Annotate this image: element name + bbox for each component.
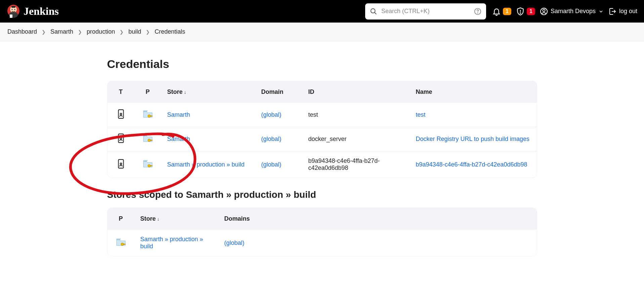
svg-point-10 [478, 13, 478, 13]
cell-t [108, 127, 134, 151]
cell-store: Samarth » production » build [161, 151, 255, 178]
credential-name-link[interactable]: Docker Registry URL to push build images [416, 136, 529, 142]
crumb-build[interactable]: build [128, 28, 141, 35]
cell-id: test [302, 103, 410, 127]
folder-key-icon [116, 238, 126, 247]
svg-point-12 [520, 13, 521, 13]
svg-rect-24 [118, 159, 123, 168]
alert-badge: 1 [527, 8, 535, 15]
col-domain[interactable]: Domain [255, 81, 302, 103]
logout-label: log out [619, 8, 637, 15]
folder-key-icon [143, 110, 153, 118]
notifications-button[interactable]: 1 [492, 7, 511, 16]
col-id[interactable]: ID [302, 81, 410, 103]
shield-alert-icon [516, 7, 525, 16]
cell-domain: (global) [255, 151, 302, 178]
sort-down-icon: ↓ [184, 89, 186, 95]
cell-name: test [410, 103, 537, 127]
cell-store: Samarth » production » build [134, 230, 218, 256]
col-p[interactable]: P [108, 208, 134, 230]
logo[interactable]: Jenkins [7, 4, 59, 19]
col-domains[interactable]: Domains [218, 208, 537, 230]
cell-id: b9a94348-c4e6-4ffa-b27d-c42ea0d6db98 [302, 151, 410, 178]
cell-p [108, 230, 134, 256]
credential-name-link[interactable]: test [416, 111, 426, 118]
credential-name-link[interactable]: b9a94348-c4e6-4ffa-b27d-c42ea0d6db98 [416, 161, 527, 168]
svg-point-21 [120, 138, 122, 139]
svg-rect-20 [118, 134, 123, 143]
cell-store: Samarth [161, 127, 255, 151]
folder-key-icon [143, 134, 153, 143]
alerts-button[interactable]: 1 [516, 7, 535, 16]
svg-rect-3 [11, 6, 15, 8]
svg-rect-27 [150, 166, 152, 166]
col-t[interactable]: T [108, 81, 134, 103]
table-row: Samarth » production » build(global) [108, 230, 537, 256]
chevron-down-icon [598, 9, 604, 14]
store-link[interactable]: Samarth [167, 111, 190, 118]
credential-phone-icon [117, 159, 125, 169]
user-name-label: Samarth Devops [551, 8, 596, 15]
logo-text: Jenkins [24, 5, 59, 17]
cell-name: Docker Registry URL to push build images [410, 127, 537, 151]
domain-link[interactable]: (global) [261, 111, 282, 118]
jenkins-logo-icon [7, 4, 20, 19]
user-menu[interactable]: Samarth Devops [540, 7, 604, 15]
cell-name: b9a94348-c4e6-4ffa-b27d-c42ea0d6db98 [410, 151, 537, 178]
breadcrumb: Dashboard ❯ Samarth ❯ production ❯ build… [0, 23, 644, 41]
table-header-row: T P Store↓ Domain ID Name [108, 81, 537, 103]
chevron-right-icon: ❯ [120, 29, 124, 35]
crumb-production[interactable]: production [87, 28, 115, 35]
help-icon[interactable] [474, 8, 481, 15]
table-row: Samarth(global)testtest [108, 103, 537, 127]
svg-point-5 [14, 9, 15, 10]
crumb-dashboard[interactable]: Dashboard [7, 28, 37, 35]
bell-icon [492, 7, 501, 16]
sort-down-icon: ↓ [157, 216, 160, 222]
col-store[interactable]: Store↓ [134, 208, 218, 230]
svg-rect-6 [10, 14, 12, 18]
svg-rect-23 [150, 140, 152, 141]
svg-rect-29 [123, 244, 125, 245]
col-store[interactable]: Store↓ [161, 81, 255, 103]
table-row: Samarth » production » build(global)b9a9… [108, 151, 537, 178]
cell-id: docker_server [302, 127, 410, 151]
cell-t [108, 103, 134, 127]
cell-domain: (global) [255, 103, 302, 127]
credential-phone-icon [117, 133, 125, 143]
search-input[interactable] [381, 7, 471, 15]
svg-rect-16 [118, 110, 123, 118]
cell-p [134, 127, 161, 151]
user-icon [540, 7, 548, 15]
chevron-right-icon: ❯ [78, 29, 82, 35]
credentials-table-card: T P Store↓ Domain ID Name Samarth(global… [107, 81, 537, 178]
cell-t [108, 151, 134, 178]
store-link[interactable]: Samarth » production » build [140, 236, 203, 250]
search-box[interactable] [365, 3, 486, 20]
chevron-right-icon: ❯ [146, 29, 150, 35]
domain-link[interactable]: (global) [261, 161, 282, 168]
table-header-row: P Store↓ Domains [108, 208, 537, 230]
svg-point-14 [543, 9, 545, 11]
cell-p [134, 151, 161, 178]
header-bar: Jenkins 1 [0, 0, 644, 23]
logout-button[interactable]: log out [608, 7, 637, 15]
svg-point-25 [120, 163, 122, 164]
folder-key-icon [143, 159, 153, 168]
svg-rect-19 [150, 116, 152, 116]
svg-point-7 [371, 8, 375, 13]
page-title: Credentials [107, 58, 537, 71]
col-p[interactable]: P [134, 81, 161, 103]
credential-phone-icon [117, 109, 125, 119]
domain-link[interactable]: (global) [261, 136, 282, 142]
crumb-credentials[interactable]: Credentials [155, 28, 185, 35]
cell-domain: (global) [255, 127, 302, 151]
col-name[interactable]: Name [410, 81, 537, 103]
table-row: Samarth(global)docker_serverDocker Regis… [108, 127, 537, 151]
crumb-samarth[interactable]: Samarth [50, 28, 73, 35]
store-link[interactable]: Samarth [167, 136, 190, 142]
notification-badge: 1 [503, 8, 511, 15]
svg-point-4 [12, 9, 13, 10]
domain-link[interactable]: (global) [224, 240, 245, 246]
store-link[interactable]: Samarth » production » build [167, 161, 245, 168]
